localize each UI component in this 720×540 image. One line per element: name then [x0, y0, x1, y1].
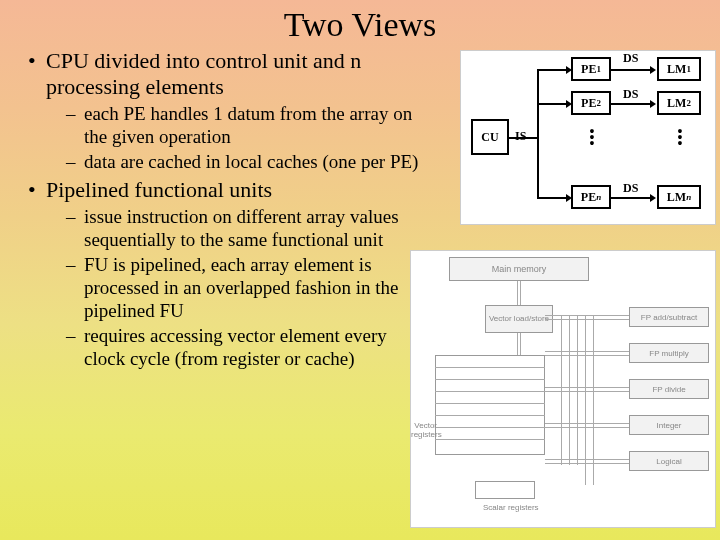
ds-label: DS — [623, 181, 638, 196]
dash-icon: – — [66, 324, 84, 347]
bullet-text: Pipelined functional units — [46, 177, 430, 203]
dash-icon: – — [66, 150, 84, 173]
slide-body: • CPU divided into control unit and n pr… — [0, 44, 438, 370]
fu-box: FP multiply — [629, 343, 709, 363]
sub-bullet: issue instruction on different array val… — [84, 205, 430, 251]
dash-icon: – — [66, 253, 84, 276]
sub-bullet: requires accessing vector element every … — [84, 324, 430, 370]
bullet-icon: • — [28, 177, 46, 203]
lm-box: LM1 — [657, 57, 701, 81]
ds-label: DS — [623, 51, 638, 66]
diagram-simd-array: CU IS PE1 DS LM1 PE2 DS LM2 ••• ••• PEn … — [460, 50, 716, 225]
scalar-reg-label: Scalar registers — [483, 503, 539, 512]
main-memory-box: Main memory — [449, 257, 589, 281]
scalar-registers — [475, 481, 535, 499]
fu-box: FP add/subtract — [629, 307, 709, 327]
diagram-vector-pipeline: Main memory Vector load/store Vector reg… — [410, 250, 716, 528]
sub-bullet: data are cached in local caches (one per… — [84, 150, 430, 173]
dash-icon: – — [66, 102, 84, 125]
sub-bullet: each PE handles 1 datum from the array o… — [84, 102, 430, 148]
bullet-icon: • — [28, 48, 46, 74]
fu-box: Integer — [629, 415, 709, 435]
fu-box: FP divide — [629, 379, 709, 399]
pe-box: PEn — [571, 185, 611, 209]
bullet-text: CPU divided into control unit and n proc… — [46, 48, 430, 100]
ds-label: DS — [623, 87, 638, 102]
cu-box: CU — [471, 119, 509, 155]
slide-title: Two Views — [0, 0, 720, 44]
pe-box: PE1 — [571, 57, 611, 81]
vector-registers — [435, 355, 545, 455]
sub-bullet: FU is pipelined, each array element is p… — [84, 253, 430, 322]
lm-box: LMn — [657, 185, 701, 209]
vector-ls-box: Vector load/store — [485, 305, 553, 333]
pe-box: PE2 — [571, 91, 611, 115]
fu-box: Logical — [629, 451, 709, 471]
dash-icon: – — [66, 205, 84, 228]
vector-reg-label: Vector registers — [411, 421, 437, 439]
lm-box: LM2 — [657, 91, 701, 115]
